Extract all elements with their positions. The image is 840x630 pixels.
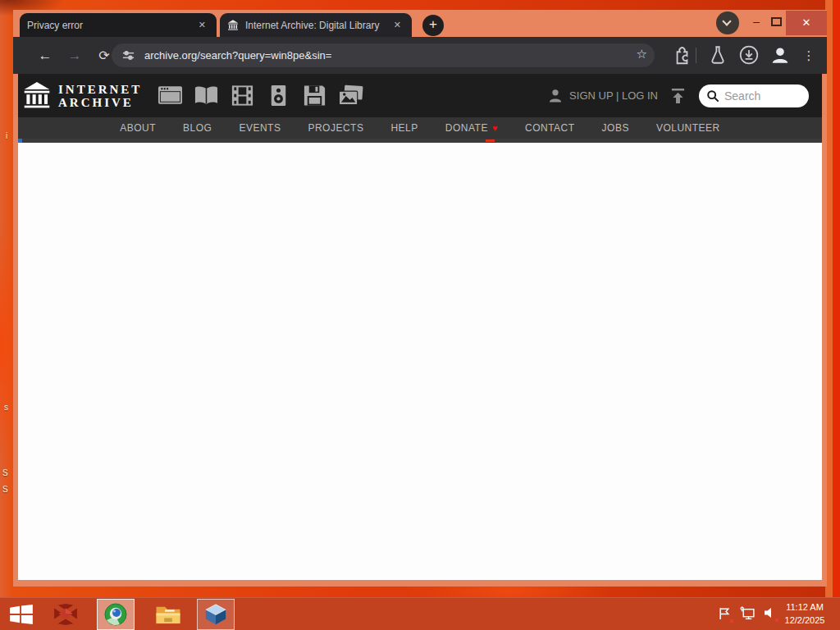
virtualbox-icon <box>204 603 227 626</box>
volume-muted-icon[interactable]: ✕ <box>764 606 777 623</box>
nav-contact[interactable]: CONTACT <box>525 122 575 134</box>
signup-login-label[interactable]: SIGN UP | LOG IN <box>569 89 658 102</box>
back-button[interactable]: ← <box>34 45 56 66</box>
nav-projects[interactable]: PROJECTS <box>308 122 363 134</box>
ia-subnav-strip <box>18 139 822 143</box>
new-tab-button[interactable]: + <box>422 15 444 36</box>
search-icon <box>706 89 719 103</box>
person-icon <box>547 88 564 104</box>
nav-help[interactable]: HELP <box>390 122 418 134</box>
desktop-label-fragment: s <box>4 404 8 412</box>
tune-icon[interactable] <box>121 48 135 62</box>
clock-date: 12/2/2025 <box>776 614 833 627</box>
brand-line-2: ARCHIVE <box>58 96 142 109</box>
desktop-label-fragment: S <box>2 486 8 494</box>
url-text[interactable]: archive.org/search?query=win8pe&sin= <box>144 49 331 62</box>
ia-search-input[interactable] <box>724 89 800 103</box>
desktop-label-fragment: i <box>6 132 7 140</box>
tab-search-button[interactable] <box>716 11 739 34</box>
ia-nav: ABOUT BLOG EVENTS PROJECTS HELP DONATE ♥… <box>18 117 822 139</box>
chrome-taskbar-button[interactable] <box>97 599 135 630</box>
clock-time: 11:12 AM <box>776 600 833 614</box>
upload-icon[interactable] <box>670 88 686 104</box>
web-icon[interactable] <box>158 84 183 107</box>
desktop-label-fragment: S <box>2 469 8 477</box>
address-bar[interactable]: archive.org/search?query=win8pe&sin= ☆ <box>112 43 655 67</box>
tab-title: Internet Archive: Digital Library <box>245 20 390 31</box>
extensions-puzzle-icon[interactable] <box>671 44 692 66</box>
tab-close-icon[interactable]: ✕ <box>195 18 209 32</box>
tab-close-icon[interactable]: ✕ <box>390 18 404 32</box>
nav-donate[interactable]: DONATE ♥ <box>445 122 498 134</box>
start-windows-icon[interactable] <box>10 605 33 624</box>
ia-search-box[interactable] <box>699 84 809 107</box>
internet-archive-logo-icon[interactable] <box>22 80 52 112</box>
images-icon[interactable] <box>338 84 363 107</box>
file-explorer-icon[interactable] <box>154 604 182 626</box>
focus-fragment <box>18 139 22 143</box>
nav-jobs[interactable]: JOBS <box>602 122 629 134</box>
minimize-button[interactable]: – <box>746 10 766 35</box>
tab-privacy-error[interactable]: Privacy error ✕ <box>20 13 217 37</box>
tab-internet-archive[interactable]: Internet Archive: Digital Library ✕ <box>220 13 412 37</box>
heart-icon: ♥ <box>492 123 498 133</box>
page-viewport: INTERNET ARCHIVE <box>18 74 822 580</box>
brand-line-1: INTERNET <box>58 83 142 96</box>
tab-title: Privacy error <box>27 20 195 31</box>
menu-kebab-icon[interactable]: ⋮ <box>801 45 817 66</box>
software-icon[interactable] <box>302 84 327 107</box>
page-content-blank <box>18 143 822 580</box>
maximize-icon[interactable] <box>771 17 782 26</box>
ia-brand-wordmark[interactable]: INTERNET ARCHIVE <box>58 83 142 109</box>
close-window-button[interactable]: ✕ <box>786 11 827 35</box>
bookmark-star-icon[interactable]: ☆ <box>637 47 647 62</box>
browser-toolbar: ← → ⟳ archive.org/search?query=win8pe&si… <box>13 37 827 74</box>
audio-icon[interactable] <box>266 84 291 107</box>
network-display-icon[interactable] <box>740 606 756 623</box>
system-tray: ✕ ✕ <box>714 598 781 630</box>
virtualbox-taskbar-button[interactable] <box>197 599 235 630</box>
tab-strip: Privacy error ✕ Internet Archive: Digita… <box>13 10 827 37</box>
action-center-flag-icon[interactable]: ✕ <box>718 606 732 623</box>
downloads-icon[interactable] <box>738 44 760 66</box>
chevron-down-icon <box>722 16 731 25</box>
video-icon[interactable] <box>230 84 255 107</box>
red-app-icon[interactable] <box>52 604 79 625</box>
media-type-row <box>158 84 363 107</box>
nav-volunteer[interactable]: VOLUNTEER <box>656 122 720 134</box>
ia-header: INTERNET ARCHIVE <box>18 74 822 117</box>
browser-window: Privacy error ✕ Internet Archive: Digita… <box>13 10 827 587</box>
donate-underline <box>486 139 495 142</box>
toolbar-divider <box>696 48 696 63</box>
nav-about[interactable]: ABOUT <box>120 122 156 134</box>
taskbar: ✕ ✕ 11:12 AM 12/2/2025 <box>0 597 840 630</box>
nav-donate-label: DONATE <box>445 122 488 134</box>
chrome-icon <box>103 602 128 627</box>
taskbar-clock[interactable]: 11:12 AM 12/2/2025 <box>776 600 833 627</box>
forward-button[interactable]: → <box>64 45 85 66</box>
error-badge: ✕ <box>728 618 734 625</box>
texts-icon[interactable] <box>194 84 219 107</box>
nav-blog[interactable]: BLOG <box>183 122 212 134</box>
profile-avatar-icon[interactable] <box>769 44 791 66</box>
auth-links[interactable]: SIGN UP | LOG IN <box>547 88 658 104</box>
internet-archive-building-icon <box>227 20 239 31</box>
nav-events[interactable]: EVENTS <box>239 122 281 134</box>
labs-flask-icon[interactable] <box>707 44 728 66</box>
